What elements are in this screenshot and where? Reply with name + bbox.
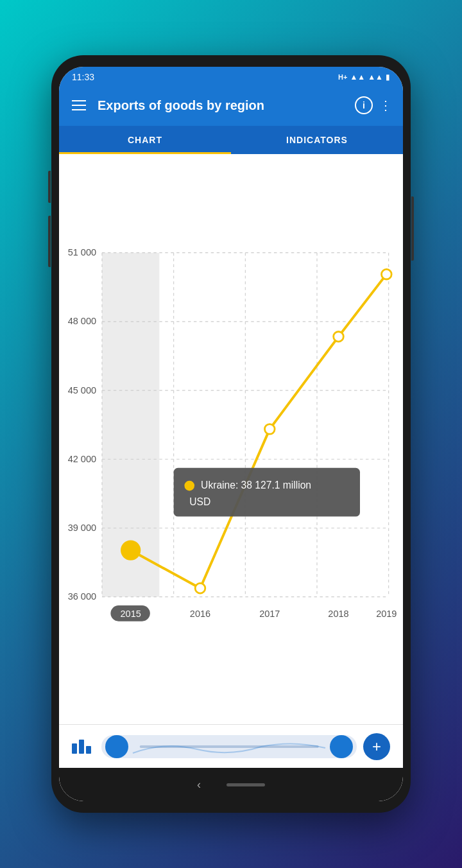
chart-area: 51 000 48 000 45 000 42 000 39 000 36 00… <box>59 154 403 724</box>
tab-indicators[interactable]: INDICATORS <box>231 126 403 154</box>
svg-point-19 <box>195 583 205 593</box>
svg-point-22 <box>382 269 392 279</box>
svg-text:USD: USD <box>189 496 210 507</box>
bottom-bar: + <box>59 724 403 768</box>
scroll-bar[interactable] <box>101 735 357 758</box>
battery-icon: ▮ <box>386 73 390 82</box>
tabs: CHART INDICATORS <box>59 126 403 154</box>
svg-text:42 000: 42 000 <box>68 454 96 464</box>
chart-type-icon[interactable] <box>72 740 91 754</box>
svg-point-20 <box>264 424 275 435</box>
app-bar: Exports of goods by region i ⋮ <box>59 85 403 126</box>
svg-point-21 <box>334 332 344 342</box>
svg-text:2017: 2017 <box>259 609 280 619</box>
app-title: Exports of goods by region <box>98 98 346 113</box>
svg-text:48 000: 48 000 <box>68 316 96 326</box>
info-button[interactable]: i <box>355 96 373 114</box>
nav-bar: ‹ <box>59 768 403 801</box>
svg-rect-23 <box>174 468 360 517</box>
time: 11:33 <box>72 72 94 82</box>
more-button[interactable]: ⋮ <box>379 98 393 113</box>
status-bar: 11:33 H+ ▲▲ ▲▲ ▮ <box>59 67 403 85</box>
svg-text:36 000: 36 000 <box>68 591 96 602</box>
add-button[interactable]: + <box>363 733 390 760</box>
svg-text:2018: 2018 <box>328 609 348 619</box>
scroll-handle-right[interactable] <box>330 735 353 758</box>
svg-text:Ukraine: 38 127.1 million: Ukraine: 38 127.1 million <box>201 480 311 490</box>
home-bar[interactable] <box>227 783 265 786</box>
wifi-icon: ▲▲ <box>368 73 383 82</box>
svg-point-18 <box>121 541 140 560</box>
svg-text:51 000: 51 000 <box>68 247 96 257</box>
signal-bars: ▲▲ <box>350 73 365 82</box>
svg-text:2015: 2015 <box>121 609 141 619</box>
svg-text:39 000: 39 000 <box>68 523 96 533</box>
svg-text:45 000: 45 000 <box>68 385 96 395</box>
tab-chart[interactable]: CHART <box>59 126 231 154</box>
svg-text:2019: 2019 <box>376 609 397 619</box>
back-button[interactable]: ‹ <box>197 778 201 792</box>
svg-text:2016: 2016 <box>190 609 210 619</box>
network-icon: H+ <box>338 73 347 81</box>
menu-button[interactable] <box>69 98 89 113</box>
svg-point-24 <box>184 481 194 491</box>
